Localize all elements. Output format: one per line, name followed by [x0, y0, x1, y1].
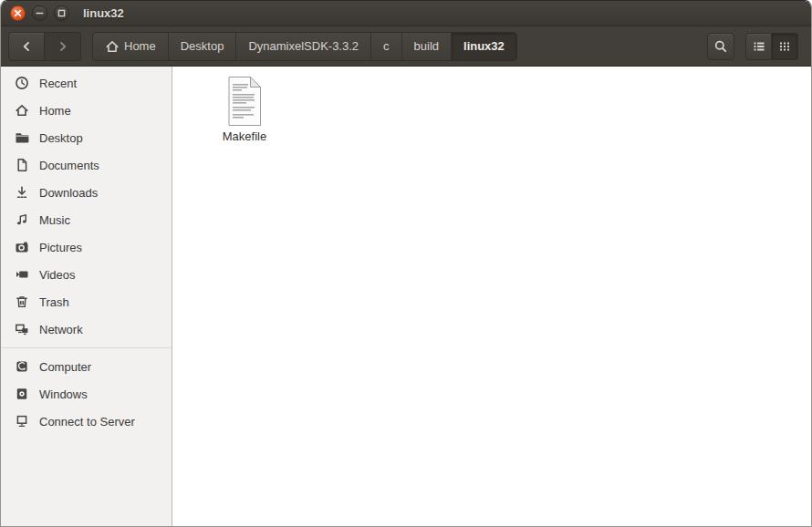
- titlebar[interactable]: linux32: [1, 1, 811, 26]
- sidebar-item-label: Downloads: [39, 186, 98, 200]
- breadcrumb-item-build[interactable]: build: [401, 33, 451, 60]
- sidebar-item-network[interactable]: Network: [1, 315, 172, 343]
- sidebar: RecentHomeDesktopDocumentsDownloadsMusic…: [1, 67, 172, 526]
- file-label: Makefile: [223, 129, 266, 143]
- breadcrumb: HomeDesktopDynamixelSDK-3.3.2cbuildlinux…: [92, 32, 517, 61]
- search-icon: [713, 39, 728, 54]
- sidebar-item-label: Desktop: [39, 131, 83, 145]
- home-icon: [105, 39, 120, 54]
- back-button[interactable]: [8, 32, 45, 61]
- close-icon: [14, 9, 22, 17]
- breadcrumb-label: Home: [124, 39, 156, 53]
- minimize-button[interactable]: [32, 5, 47, 21]
- file-item-makefile[interactable]: Makefile: [199, 76, 290, 143]
- sidebar-item-label: Trash: [39, 295, 69, 309]
- sidebar-item-music[interactable]: Music: [1, 206, 172, 233]
- grid-view-icon: [777, 39, 792, 54]
- window-body: RecentHomeDesktopDocumentsDownloadsMusic…: [1, 67, 811, 526]
- breadcrumb-item-desktop[interactable]: Desktop: [168, 33, 236, 60]
- window-title: linux32: [83, 6, 124, 20]
- file-manager-window: linux32 HomeDesktopDynamixelSDK-3.3.2cbu…: [0, 0, 812, 527]
- maximize-button[interactable]: [54, 5, 69, 21]
- breadcrumb-label: c: [383, 39, 390, 53]
- sidebar-item-label: Windows: [39, 388, 88, 401]
- grid-view-button[interactable]: [772, 33, 798, 60]
- toolbar: HomeDesktopDynamixelSDK-3.3.2cbuildlinux…: [1, 26, 811, 67]
- chevron-left-icon: [19, 39, 34, 54]
- sidebar-item-videos[interactable]: Videos: [1, 261, 172, 288]
- sidebar-item-label: Home: [39, 104, 71, 118]
- breadcrumb-item-home[interactable]: Home: [93, 33, 168, 60]
- breadcrumb-item-dynamixelsdk-3.3.2[interactable]: DynamixelSDK-3.3.2: [235, 33, 370, 60]
- breadcrumb-item-c[interactable]: c: [370, 33, 401, 60]
- video-icon: [14, 267, 29, 282]
- music-icon: [14, 212, 29, 227]
- sidebar-separator: [1, 347, 172, 348]
- text-file-icon: [223, 76, 266, 127]
- list-view-icon: [752, 39, 766, 54]
- breadcrumb-label: DynamixelSDK-3.3.2: [248, 39, 359, 53]
- breadcrumb-label: linux32: [463, 39, 505, 53]
- breadcrumb-label: Desktop: [181, 39, 224, 53]
- trash-icon: [14, 294, 29, 309]
- view-toggle: [745, 33, 798, 60]
- close-button[interactable]: [10, 5, 26, 21]
- maximize-icon: [57, 9, 66, 17]
- sidebar-item-label: Computer: [39, 360, 91, 374]
- clock-icon: [14, 76, 29, 90]
- document-icon: [14, 158, 29, 172]
- sidebar-item-documents[interactable]: Documents: [1, 151, 172, 179]
- sidebar-item-computer[interactable]: Computer: [1, 353, 172, 380]
- sidebar-item-home[interactable]: Home: [1, 97, 172, 124]
- sidebar-item-windows[interactable]: Windows: [1, 380, 172, 408]
- file-view[interactable]: Makefile: [172, 67, 811, 526]
- sidebar-item-label: Documents: [39, 159, 99, 172]
- sidebar-item-trash[interactable]: Trash: [1, 288, 172, 315]
- navigation-buttons: [8, 32, 81, 61]
- sidebar-item-downloads[interactable]: Downloads: [1, 179, 172, 206]
- breadcrumb-label: build: [414, 39, 439, 53]
- sidebar-item-pictures[interactable]: Pictures: [1, 233, 172, 261]
- sidebar-item-recent[interactable]: Recent: [1, 69, 172, 97]
- harddisk-icon: [14, 359, 29, 374]
- disk-icon: [14, 387, 29, 401]
- sidebar-item-label: Connect to Server: [39, 415, 135, 429]
- breadcrumb-item-linux32[interactable]: linux32: [451, 33, 516, 60]
- minimize-icon: [36, 9, 44, 17]
- sidebar-item-label: Recent: [39, 77, 77, 90]
- list-view-button[interactable]: [745, 33, 772, 60]
- download-icon: [14, 185, 29, 200]
- sidebar-item-label: Videos: [39, 268, 76, 282]
- sidebar-item-connect-to-server[interactable]: Connect to Server: [1, 408, 172, 435]
- chevron-right-icon: [56, 39, 70, 54]
- search-button[interactable]: [707, 33, 734, 60]
- server-icon: [14, 414, 29, 429]
- home-icon: [14, 103, 29, 118]
- folder-icon: [14, 130, 29, 145]
- camera-icon: [14, 240, 29, 254]
- sidebar-item-label: Music: [39, 213, 70, 227]
- sidebar-item-label: Network: [39, 323, 83, 336]
- sidebar-item-label: Pictures: [39, 241, 82, 254]
- sidebar-item-desktop[interactable]: Desktop: [1, 124, 172, 151]
- network-icon: [14, 322, 29, 336]
- forward-button[interactable]: [45, 32, 81, 61]
